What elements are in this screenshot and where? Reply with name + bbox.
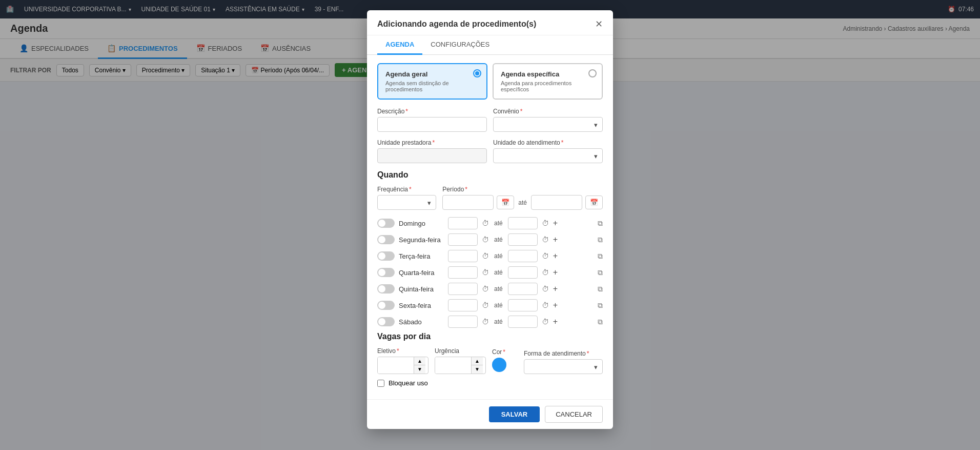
copy-quinta[interactable]: ⧉	[598, 285, 603, 294]
add-time-sabado[interactable]: +	[553, 317, 558, 326]
time-end-sabado[interactable]	[508, 316, 538, 328]
time-end-domingo[interactable]	[508, 217, 538, 229]
periodo-wrapper: 📅 até 📅	[442, 195, 603, 210]
urgencia-input[interactable]	[435, 357, 471, 374]
bloquear-row: Bloquear uso	[377, 379, 603, 387]
add-time-sexta[interactable]: +	[553, 301, 558, 310]
toggle-quinta[interactable]	[377, 284, 395, 294]
periodo-start-input[interactable]	[442, 195, 494, 210]
descricao-label: Descrição*	[377, 108, 487, 115]
time-start-quarta[interactable]	[448, 266, 478, 279]
modal-overlay: Adicionando agenda de procedimento(s) ✕ …	[0, 0, 980, 450]
radio-geral[interactable]	[473, 69, 481, 77]
clock-icon-segunda: ⏱	[482, 236, 489, 244]
convenio-select[interactable]	[493, 117, 603, 132]
time-start-sabado[interactable]	[448, 316, 478, 328]
clock-icon-quinta2: ⏱	[542, 285, 549, 293]
cancel-button[interactable]: CANCELAR	[545, 406, 603, 423]
radio-especifica[interactable]	[588, 69, 597, 77]
calendario-end-button[interactable]: 📅	[585, 195, 603, 209]
toggle-sabado[interactable]	[377, 317, 395, 326]
copy-terca[interactable]: ⧉	[598, 252, 603, 261]
forma-atendimento-label: Forma de atendimento*	[524, 350, 603, 357]
toggle-sexta[interactable]	[377, 301, 395, 310]
clock-icon-terca2: ⏱	[542, 252, 549, 260]
urgencia-increment[interactable]: ▲	[472, 357, 483, 365]
form-row-unidades: Unidade prestadora* Unidade do atendimen…	[377, 139, 603, 163]
quando-row: Frequência* Período* 📅 at	[377, 186, 603, 210]
copy-segunda[interactable]: ⧉	[598, 236, 603, 244]
form-group-frequencia: Frequência*	[377, 186, 436, 210]
time-start-segunda[interactable]	[448, 233, 478, 246]
modal-tab-configuracoes[interactable]: CONFIGURAÇÕES	[422, 35, 498, 55]
modal-tab-bar: AGENDA CONFIGURAÇÕES	[367, 35, 613, 55]
close-button[interactable]: ✕	[595, 18, 603, 30]
eletivo-input[interactable]	[378, 357, 414, 374]
day-name-segunda: Segunda-feira	[399, 236, 444, 244]
convenio-label: Convênio*	[493, 108, 603, 115]
add-time-quarta[interactable]: +	[553, 268, 558, 277]
convenio-select-wrapper	[493, 117, 603, 132]
unidade-prestadora-input	[377, 148, 487, 163]
clock-icon-sexta2: ⏱	[542, 301, 549, 309]
agenda-geral-card[interactable]: Agenda geral Agenda sem distinção de pro…	[377, 63, 487, 100]
copy-sabado[interactable]: ⧉	[598, 318, 603, 326]
unidade-atendimento-select[interactable]	[493, 148, 603, 163]
copy-domingo[interactable]: ⧉	[598, 219, 603, 228]
time-start-terca[interactable]	[448, 250, 478, 262]
add-time-quinta[interactable]: +	[553, 284, 558, 294]
modal-header: Adicionando agenda de procedimento(s) ✕	[367, 10, 613, 35]
form-group-forma-atendimento: Forma de atendimento*	[524, 350, 603, 374]
form-group-unidade-atendimento: Unidade do atendimento*	[493, 139, 603, 163]
day-row-quinta: Quinta-feira ⏱ até ⏱ + ⧉	[377, 283, 603, 295]
time-end-quarta[interactable]	[508, 266, 538, 279]
forma-atendimento-select-wrapper	[524, 359, 603, 374]
copy-sexta[interactable]: ⧉	[598, 301, 603, 310]
agenda-especifica-desc: Agenda para procedimentos específicos	[501, 80, 595, 92]
urgencia-spinner: ▲ ▼	[435, 357, 486, 374]
add-time-terca[interactable]: +	[553, 251, 558, 261]
add-time-segunda[interactable]: +	[553, 235, 558, 244]
agenda-geral-title: Agenda geral	[385, 70, 479, 78]
time-start-domingo[interactable]	[448, 217, 478, 229]
frequencia-select[interactable]	[377, 195, 436, 210]
modal-title: Adicionando agenda de procedimento(s)	[377, 19, 536, 29]
bloquear-label: Bloquear uso	[389, 379, 428, 387]
day-row-sexta: Sexta-feira ⏱ até ⏱ + ⧉	[377, 299, 603, 311]
eletivo-increment[interactable]: ▲	[414, 357, 425, 365]
time-start-quinta[interactable]	[448, 283, 478, 295]
toggle-quarta[interactable]	[377, 268, 395, 277]
periodo-end-input[interactable]	[531, 195, 582, 210]
time-end-segunda[interactable]	[508, 233, 538, 246]
copy-quarta[interactable]: ⧉	[598, 268, 603, 277]
toggle-segunda[interactable]	[377, 235, 395, 244]
clock-icon-quarta2: ⏱	[542, 268, 549, 277]
bloquear-checkbox[interactable]	[377, 380, 384, 387]
form-group-periodo: Período* 📅 até 📅	[442, 186, 603, 210]
eletivo-decrement[interactable]: ▼	[414, 365, 425, 374]
eletivo-label: Eletivo*	[377, 347, 428, 355]
unidade-atendimento-select-wrapper	[493, 148, 603, 163]
toggle-terca[interactable]	[377, 251, 395, 261]
forma-atendimento-select[interactable]	[524, 359, 603, 374]
time-start-sexta[interactable]	[448, 299, 478, 311]
cor-picker[interactable]	[492, 358, 506, 372]
day-name-domingo: Domingo	[399, 220, 444, 227]
time-end-sexta[interactable]	[508, 299, 538, 311]
toggle-domingo[interactable]	[377, 219, 395, 228]
time-end-quinta[interactable]	[508, 283, 538, 295]
modal-body: Agenda geral Agenda sem distinção de pro…	[367, 55, 613, 399]
urgencia-decrement[interactable]: ▼	[472, 365, 483, 374]
agenda-especifica-card[interactable]: Agenda específica Agenda para procedimen…	[493, 63, 603, 100]
clock-icon-domingo: ⏱	[482, 219, 489, 227]
descricao-input[interactable]	[377, 117, 487, 132]
add-time-domingo[interactable]: +	[553, 219, 558, 228]
eletivo-spinner: ▲ ▼	[377, 357, 428, 374]
modal-tab-agenda[interactable]: AGENDA	[377, 35, 422, 55]
calendario-start-button[interactable]: 📅	[497, 195, 514, 209]
day-name-quinta: Quinta-feira	[399, 285, 444, 293]
save-button[interactable]: SALVAR	[489, 406, 540, 422]
form-group-descricao: Descrição*	[377, 108, 487, 132]
time-end-terca[interactable]	[508, 250, 538, 262]
day-name-sabado: Sábado	[399, 318, 444, 326]
